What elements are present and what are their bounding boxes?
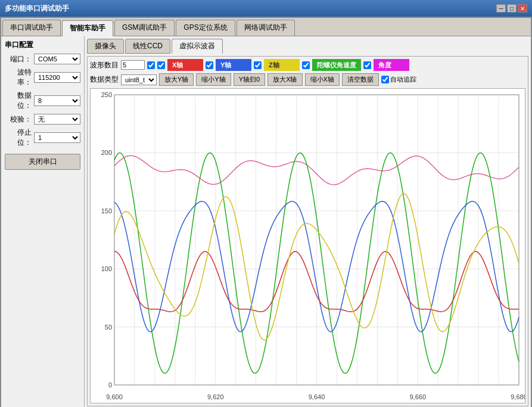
stopbits-label: 停止位： (5, 128, 32, 148)
enlarge-x-btn[interactable]: 放大X轴 (267, 73, 302, 86)
channel-gyro-checkbox[interactable] (302, 61, 310, 69)
parity-label: 校验： (5, 114, 32, 125)
data-type-label: 数据类型 (90, 74, 119, 85)
wave-count-label: 波形数目 (90, 60, 119, 70)
databits-row: 数据位： 8 (5, 91, 80, 111)
stopbits-select[interactable]: 1 (34, 132, 80, 143)
data-type-select[interactable]: uint8_t (121, 74, 157, 85)
sub-tab-bar: 摄像头 线性CCD 虚拟示波器 (87, 39, 528, 54)
maximize-button[interactable]: □ (507, 4, 517, 13)
channel-z-badge: Z轴 (264, 59, 300, 71)
window-controls: ─ □ ✕ (496, 4, 527, 13)
content-area: 串口配置 端口： COM5 波特率： 115200 数据位： 8 (1, 36, 531, 407)
tab-camera[interactable]: 摄像头 (87, 39, 124, 54)
wave-count-checkbox[interactable] (147, 61, 155, 69)
enlarge-y-btn[interactable]: 放大Y轴 (159, 73, 194, 86)
stopbits-row: 停止位： 1 (5, 128, 80, 148)
right-panel: 摄像头 线性CCD 虚拟示波器 波形数目 X轴 Y轴 (85, 36, 531, 407)
tab-serial-debug[interactable]: 串口调试助手 (2, 20, 61, 36)
channel-x-badge: X轴 (167, 59, 203, 71)
channel-y-badge: Y轴 (216, 59, 251, 71)
databits-select[interactable]: 8 (34, 95, 80, 106)
parity-select[interactable]: 无 (34, 114, 80, 125)
osc-row2: 数据类型 uint8_t 放大Y轴 缩小Y轴 Y轴归0 放大X轴 缩小X轴 清空… (90, 73, 525, 86)
tab-gps[interactable]: GPS定位系统 (176, 20, 235, 36)
tab-linear-ccd[interactable]: 线性CCD (125, 39, 170, 54)
port-select[interactable]: COM5 (34, 54, 80, 64)
app-title: 多功能串口调试助手 (5, 4, 69, 14)
channel-x-checkbox[interactable] (157, 61, 165, 69)
databits-label: 数据位： (5, 91, 32, 111)
close-serial-button[interactable]: 关闭串口 (5, 154, 80, 170)
baud-select[interactable]: 115200 (34, 72, 80, 83)
minimize-button[interactable]: ─ (496, 4, 506, 13)
auto-track-label: 自动追踪 (381, 75, 416, 84)
serial-config-title: 串口配置 (5, 40, 80, 50)
tab-network-debug[interactable]: 网络调试助手 (237, 20, 295, 36)
port-label: 端口： (5, 54, 32, 64)
top-tab-bar: 串口调试助手 智能车助手 GSM调试助手 GPS定位系统 网络调试助手 (1, 18, 531, 36)
shrink-x-btn[interactable]: 缩小X轴 (305, 73, 340, 86)
oscilloscope-chart (91, 89, 525, 403)
osc-row1: 波形数目 X轴 Y轴 Z轴 陀螺仪角速度 (90, 59, 525, 71)
port-row: 端口： COM5 (5, 54, 80, 64)
baud-label: 波特率： (5, 67, 32, 88)
title-bar: 多功能串口调试助手 ─ □ ✕ (0, 0, 532, 17)
tab-gsm-debug[interactable]: GSM调试助手 (114, 20, 175, 36)
channel-z-checkbox[interactable] (254, 61, 262, 69)
parity-row: 校验： 无 (5, 114, 80, 125)
oscilloscope-panel: 波形数目 X轴 Y轴 Z轴 陀螺仪角速度 (87, 56, 528, 406)
close-button[interactable]: ✕ (518, 4, 527, 13)
auto-track-checkbox[interactable] (381, 76, 389, 83)
left-panel: 串口配置 端口： COM5 波特率： 115200 数据位： 8 (1, 36, 85, 407)
shrink-y-btn[interactable]: 缩小Y轴 (196, 73, 231, 86)
channel-y-checkbox[interactable] (206, 61, 213, 69)
channel-gyro-badge: 陀螺仪角速度 (312, 59, 361, 71)
reset-y-btn[interactable]: Y轴归0 (234, 73, 265, 86)
baud-row: 波特率： 115200 (5, 67, 80, 88)
channel-angle-badge: 角度 (374, 59, 409, 71)
main-window: 串口调试助手 智能车助手 GSM调试助手 GPS定位系统 网络调试助手 串口配置… (0, 17, 532, 407)
clear-data-btn[interactable]: 清空数据 (342, 73, 379, 86)
channel-angle-checkbox[interactable] (363, 61, 371, 69)
chart-container (90, 88, 525, 403)
tab-smart-car[interactable]: 智能车助手 (62, 20, 113, 36)
wave-count-input[interactable] (121, 60, 145, 70)
tab-oscilloscope[interactable]: 虚拟示波器 (172, 39, 223, 54)
